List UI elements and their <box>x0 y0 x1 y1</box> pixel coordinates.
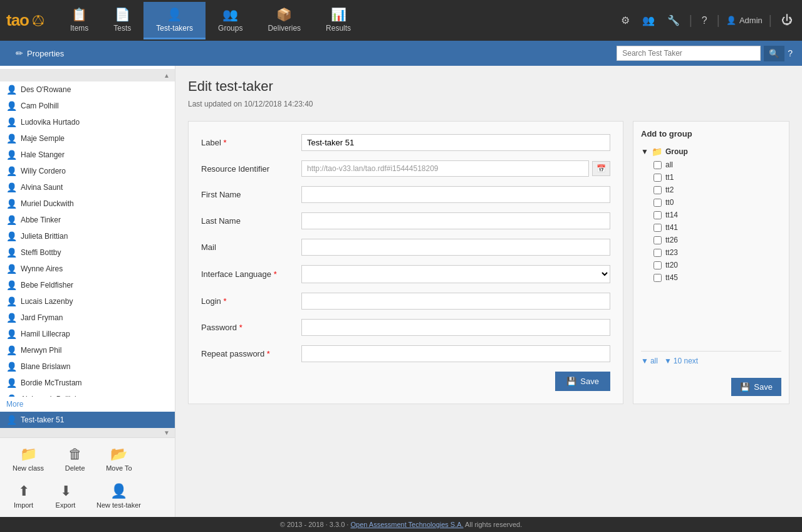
sidebar-scroll-down: ▼ <box>0 428 175 437</box>
nav-item-groups[interactable]: 👥 Groups <box>206 2 255 39</box>
more-link[interactable]: More <box>0 397 175 412</box>
svg-line-6 <box>34 16 38 23</box>
export-icon: ⬇ <box>60 483 71 499</box>
person-icon: 👤 <box>6 280 17 290</box>
person-icon: 👤 <box>6 215 17 225</box>
group-item: tt41 <box>641 221 781 234</box>
admin-link[interactable]: 👤 Admin <box>726 16 763 25</box>
group-item-checkbox-all[interactable] <box>654 161 662 169</box>
password-row: Password * <box>201 319 610 336</box>
sidebar-item[interactable]: 👤Blane Brislawn <box>0 358 175 375</box>
login-input[interactable] <box>301 293 610 310</box>
sidebar-item[interactable]: 👤Steffi Bottby <box>0 244 175 261</box>
nav-item-results[interactable]: 📊 Results <box>313 2 363 39</box>
sidebar-item[interactable]: 👤Jard Fryman <box>0 310 175 326</box>
group-next-link[interactable]: ▼ 10 next <box>664 357 698 365</box>
group-item: all <box>641 159 781 171</box>
sidebar-item[interactable]: 👤Wynne Aires <box>0 261 175 277</box>
group-save-button[interactable]: 💾 Save <box>731 378 781 396</box>
group-item-checkbox-tt2[interactable] <box>654 186 662 194</box>
nav-item-items[interactable]: 📋 Items <box>58 2 101 39</box>
search-button[interactable]: 🔍 <box>764 46 784 61</box>
search-input[interactable] <box>617 46 761 61</box>
form-save-button[interactable]: 💾 Save <box>555 372 610 391</box>
edit-form-panel: Label * Resource Identifier 📅 First Name <box>188 121 623 404</box>
sidebar-item[interactable]: 👤Alvina Saunt <box>0 179 175 196</box>
person-icon: 👤 <box>6 296 17 306</box>
sidebar-item[interactable]: 👤Ludovika Hurtado <box>0 114 175 130</box>
nav-item-test-takers[interactable]: 👤 Test-takers <box>143 2 206 39</box>
delete-button[interactable]: 🗑 Delete <box>55 441 95 477</box>
sidebar-item[interactable]: 👤Hale Stanger <box>0 147 175 163</box>
move-to-button[interactable]: 📂 Move To <box>96 441 141 477</box>
mail-input[interactable] <box>301 239 610 256</box>
sidebar-item[interactable]: 👤Aleksandr Bollini <box>0 391 175 397</box>
tools-button[interactable]: 🔧 <box>664 11 683 29</box>
help-button[interactable]: ? <box>699 12 711 29</box>
sidebar-item[interactable]: 👤Cam Polhill <box>0 98 175 114</box>
person-icon: 👤 <box>6 101 17 111</box>
group-item-checkbox-tt26[interactable] <box>654 236 662 244</box>
first-name-input[interactable] <box>301 186 610 203</box>
group-item-checkbox-tt45[interactable] <box>654 274 662 282</box>
import-button[interactable]: ⬆ Import <box>3 478 44 514</box>
new-class-icon: 📁 <box>20 446 37 462</box>
sidebar-item[interactable]: 👤Hamil Lillecrap <box>0 326 175 342</box>
edit-layout: Label * Resource Identifier 📅 First Name <box>188 121 789 404</box>
group-item-checkbox-tt23[interactable] <box>654 249 662 257</box>
bottom-toolbar: 📁 New class 🗑 Delete 📂 Move To ⬆ Import … <box>0 437 175 517</box>
group-item-checkbox-tt14[interactable] <box>654 211 662 219</box>
group-item-checkbox-tt20[interactable] <box>654 261 662 269</box>
admin-icon: 👤 <box>726 16 736 25</box>
label-input[interactable] <box>301 134 610 151</box>
repeat-password-input[interactable] <box>301 345 610 362</box>
group-item: tt20 <box>641 259 781 271</box>
sidebar-item[interactable]: 👤Abbe Tinker <box>0 212 175 228</box>
resource-id-picker-button[interactable]: 📅 <box>592 161 610 176</box>
sidebar-item-selected[interactable]: 👤 Test-taker 51 <box>0 412 175 428</box>
new-class-button[interactable]: 📁 New class <box>3 441 53 477</box>
last-name-label: Last Name <box>201 216 301 226</box>
nav-item-tests[interactable]: 📄 Tests <box>101 2 143 39</box>
selected-person-icon: 👤 <box>6 415 17 425</box>
separator: | <box>689 13 692 28</box>
group-panel: Add to group ▼ 📁 Group alltt1tt2tt0tt14t… <box>633 121 789 404</box>
first-name-label: First Name <box>201 190 301 199</box>
sidebar-item[interactable]: 👤Muriel Duckwith <box>0 196 175 212</box>
group-item-checkbox-tt0[interactable] <box>654 199 662 207</box>
group-item-checkbox-tt1[interactable] <box>654 174 662 182</box>
person-icon: 👤 <box>6 133 17 143</box>
group-folder[interactable]: ▼ 📁 Group <box>641 145 781 159</box>
sidebar-item[interactable]: 👤Bebe Feldfisher <box>0 277 175 293</box>
sidebar-item[interactable]: 👤Lucais Lazenby <box>0 293 175 310</box>
users-button[interactable]: 👥 <box>639 11 658 29</box>
last-name-input[interactable] <box>301 212 610 229</box>
group-items-container: alltt1tt2tt0tt14tt41tt26tt23tt20tt45 <box>641 159 781 284</box>
password-input[interactable] <box>301 319 610 336</box>
settings-button[interactable]: ⚙ <box>618 11 633 29</box>
group-item: tt45 <box>641 271 781 284</box>
sidebar-item[interactable]: 👤Willy Cordero <box>0 163 175 179</box>
person-icon: 👤 <box>6 85 17 95</box>
properties-button[interactable]: ✏ Properties <box>9 45 70 61</box>
new-test-taker-button[interactable]: 👤 New test-taker <box>87 478 150 514</box>
group-item: tt1 <box>641 171 781 184</box>
sidebar-item[interactable]: 👤Julieta Brittian <box>0 228 175 244</box>
sidebar-item[interactable]: 👤Des O'Rowane <box>0 81 175 98</box>
sidebar-item[interactable]: 👤Bordie McTrustam <box>0 375 175 391</box>
language-select[interactable] <box>301 265 610 283</box>
group-all-link[interactable]: ▼ all <box>641 357 658 365</box>
company-link[interactable]: Open Assessment Technologies S.A. <box>350 521 463 528</box>
groups-icon: 👥 <box>222 7 238 22</box>
group-item-checkbox-tt41[interactable] <box>654 224 662 232</box>
resource-id-input[interactable] <box>301 160 589 177</box>
edit-title: Edit test-taker <box>188 78 789 95</box>
move-to-icon: 📂 <box>110 446 127 462</box>
sidebar-item[interactable]: 👤Maje Semple <box>0 130 175 147</box>
search-help-button[interactable]: ? <box>788 48 793 58</box>
nav-item-deliveries[interactable]: 📦 Deliveries <box>255 2 313 39</box>
export-button[interactable]: ⬇ Export <box>45 478 86 514</box>
items-icon: 📋 <box>71 7 87 22</box>
logout-button[interactable]: ⏻ <box>778 11 796 30</box>
sidebar-item[interactable]: 👤Merwyn Phil <box>0 342 175 358</box>
